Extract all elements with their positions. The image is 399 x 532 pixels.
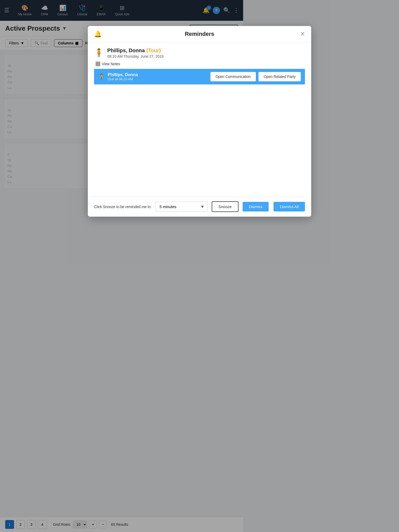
person-details: Phillips, Donna (Tour) 08:10 AM Thursday… [107, 48, 164, 58]
person-name: Phillips, Donna (Tour) [107, 48, 164, 54]
view-notes-button[interactable]: View Notes [96, 62, 243, 66]
snooze-select-wrap: 5 minutes 10 minutes 15 minutes 30 minut… [156, 202, 208, 212]
reminder-person: 🧍 Phillips, Donna (Tour) 08:10 AM Thursd… [94, 48, 243, 58]
modal-title: Reminders [185, 31, 214, 37]
modal-footer: Click Snooze to be reminded me in: 5 min… [88, 197, 243, 217]
dismiss-button[interactable]: Dismiss [243, 202, 243, 211]
snooze-label: Click Snooze to be reminded me in: [94, 205, 151, 209]
tour-badge: (Tour) [146, 48, 161, 53]
person-time: 08:10 AM Thursday, June 27, 2019 [107, 54, 164, 58]
modal-bell-icon: 🔔 [94, 30, 102, 38]
reminder-row-info: Phillips, Donna Due at 08:10 AM [108, 72, 207, 81]
reminder-row-actions: Open Communication Open Related Party [210, 72, 243, 81]
person-name-text: Phillips, Donna [107, 48, 145, 53]
reminder-row-icon: 🧍 [98, 74, 105, 80]
open-communication-button[interactable]: Open Communication [210, 72, 243, 81]
reminder-row-due: Due at 08:10 AM [108, 77, 207, 81]
modal-body [88, 88, 243, 197]
reminders-modal: 🔔 Reminders ✕ 🧍 Phillips, Donna (Tour) 0… [88, 26, 243, 217]
reminder-info: 🧍 Phillips, Donna (Tour) 08:10 AM Thursd… [88, 42, 243, 69]
modal-overlay: 🔔 Reminders ✕ 🧍 Phillips, Donna (Tour) 0… [0, 0, 243, 320]
view-notes-icon [96, 62, 100, 66]
person-icon: 🧍 [94, 48, 104, 57]
snooze-select[interactable]: 5 minutes 10 minutes 15 minutes 30 minut… [156, 202, 208, 212]
view-notes-label: View Notes [102, 62, 120, 66]
reminder-row: 🧍 Phillips, Donna Due at 08:10 AM Open C… [94, 69, 243, 84]
reminder-row-name: Phillips, Donna [108, 72, 207, 77]
snooze-button[interactable]: Snooze [212, 201, 238, 212]
modal-header: 🔔 Reminders ✕ [88, 26, 243, 42]
